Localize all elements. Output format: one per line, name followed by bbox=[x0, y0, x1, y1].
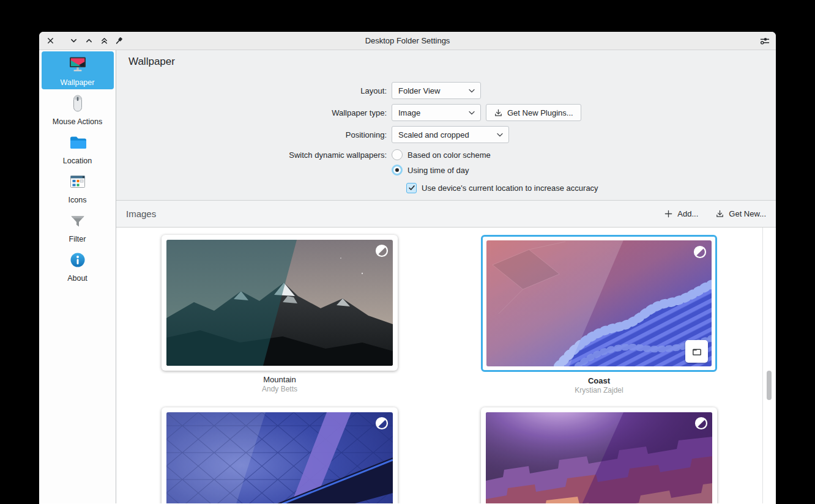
positioning-combobox[interactable]: Scaled and cropped bbox=[392, 126, 509, 143]
layout-combobox[interactable]: Folder View bbox=[392, 82, 481, 99]
open-containing-folder-button[interactable] bbox=[685, 340, 708, 363]
radio-color-scheme-label: Based on color scheme bbox=[408, 150, 491, 160]
wallpaper-thumbnail[interactable] bbox=[162, 235, 398, 371]
coast-artwork bbox=[486, 240, 712, 366]
wallpaper-author: Andy Betts bbox=[162, 385, 398, 394]
sidebar-item-label: Mouse Actions bbox=[53, 117, 102, 126]
scrollbar-separator bbox=[762, 228, 763, 503]
wallpaper-form-section: Wallpaper Layout: Folder View Wallpaper … bbox=[116, 50, 776, 201]
get-new-button-label: Get New... bbox=[729, 209, 766, 218]
wallpaper-thumbnail[interactable] bbox=[481, 407, 717, 503]
wallpaper-item-coast[interactable]: Coast Krystian Zajdel bbox=[481, 235, 717, 395]
switch-dynamic-label: Switch dynamic wallpapers: bbox=[116, 150, 387, 160]
sidebar-item-about[interactable]: About bbox=[42, 247, 114, 285]
sidebar-item-location[interactable]: Location bbox=[42, 130, 114, 168]
keep-above-icon[interactable] bbox=[84, 36, 94, 46]
mountain-artwork bbox=[166, 240, 393, 366]
sidebar-item-label: Filter bbox=[69, 235, 86, 243]
wallpaper-type-label: Wallpaper type: bbox=[116, 108, 387, 117]
close-icon[interactable] bbox=[45, 36, 55, 46]
positioning-value: Scaled and cropped bbox=[398, 130, 469, 139]
images-section-title: Images bbox=[126, 209, 156, 219]
overflow-menu-icon[interactable] bbox=[760, 36, 770, 46]
download-icon bbox=[715, 209, 724, 218]
layout-value: Folder View bbox=[398, 86, 440, 95]
wallpaper-item-blue-abstract[interactable] bbox=[162, 407, 398, 503]
sidebar-item-label: Icons bbox=[69, 196, 87, 204]
shade-icon[interactable] bbox=[99, 36, 109, 46]
mouse-icon bbox=[68, 94, 87, 116]
wallpaper-name: Mountain bbox=[162, 375, 398, 385]
get-new-plugins-button[interactable]: Get New Plugins... bbox=[486, 104, 581, 121]
download-icon bbox=[494, 108, 503, 117]
use-location-label: Use device's current location to increas… bbox=[422, 183, 598, 193]
sidebar-item-label: Wallpaper bbox=[61, 78, 95, 87]
images-header: Images Add... Get New... bbox=[116, 201, 776, 228]
titlebar: Desktop Folder Settings bbox=[39, 32, 776, 50]
info-icon bbox=[68, 250, 87, 272]
add-button[interactable]: Add... bbox=[664, 209, 698, 218]
check-icon bbox=[408, 184, 415, 191]
folder-icon bbox=[68, 133, 87, 155]
chevron-down-icon bbox=[469, 89, 475, 93]
sidebar-item-filter[interactable]: Filter bbox=[42, 208, 114, 246]
wallpaper-item-mountain[interactable]: Mountain Andy Betts bbox=[162, 235, 398, 395]
main-pane: Wallpaper Layout: Folder View Wallpaper … bbox=[116, 50, 776, 503]
wallpaper-grid: Mountain Andy Betts bbox=[116, 228, 776, 503]
radio-color-scheme[interactable] bbox=[392, 149, 403, 160]
sidebar-item-icons[interactable]: Icons bbox=[42, 169, 114, 207]
radio-time-of-day[interactable] bbox=[392, 165, 403, 176]
positioning-label: Positioning: bbox=[116, 130, 387, 139]
pin-icon[interactable] bbox=[114, 36, 124, 46]
icons-window-icon bbox=[68, 172, 87, 194]
sidebar-item-wallpaper[interactable]: Wallpaper bbox=[42, 51, 114, 89]
sidebar-item-mouse-actions[interactable]: Mouse Actions bbox=[42, 91, 114, 128]
wallpaper-author: Krystian Zajdel bbox=[481, 386, 717, 395]
blue-abstract-artwork bbox=[166, 412, 393, 503]
plus-icon bbox=[664, 209, 673, 218]
contrast-variant-icon[interactable] bbox=[374, 243, 389, 258]
use-location-checkbox[interactable] bbox=[406, 183, 417, 193]
wallpaper-item-purple-zigzag[interactable] bbox=[481, 407, 717, 503]
contrast-variant-icon[interactable] bbox=[694, 416, 709, 431]
wallpaper-thumbnail-selected[interactable] bbox=[481, 235, 717, 372]
get-new-plugins-label: Get New Plugins... bbox=[507, 108, 573, 117]
folder-open-icon bbox=[691, 346, 702, 357]
monitor-wallpaper-icon bbox=[68, 54, 87, 76]
window-title: Desktop Folder Settings bbox=[39, 36, 776, 45]
sidebar: Wallpaper Mouse Actions bbox=[39, 50, 116, 503]
radio-time-of-day-label: Using time of day bbox=[408, 166, 469, 175]
scrollbar-thumb[interactable] bbox=[767, 371, 772, 400]
sidebar-item-label: About bbox=[67, 274, 87, 283]
sidebar-item-label: Location bbox=[63, 157, 92, 165]
filter-funnel-icon bbox=[68, 211, 87, 233]
wallpaper-type-combobox[interactable]: Image bbox=[392, 104, 481, 121]
contrast-variant-icon[interactable] bbox=[693, 245, 707, 259]
contrast-variant-icon[interactable] bbox=[374, 416, 389, 431]
chevron-down-icon bbox=[497, 133, 503, 137]
add-button-label: Add... bbox=[677, 209, 698, 218]
wallpaper-type-value: Image bbox=[398, 108, 420, 117]
layout-label: Layout: bbox=[116, 86, 387, 95]
wallpaper-thumbnail[interactable] bbox=[162, 407, 398, 503]
settings-window: Desktop Folder Settings bbox=[39, 32, 776, 504]
purple-zigzag-artwork bbox=[486, 412, 712, 503]
keep-below-icon[interactable] bbox=[69, 36, 78, 46]
chevron-down-icon bbox=[469, 111, 475, 115]
wallpaper-name: Coast bbox=[481, 376, 717, 386]
get-new-button[interactable]: Get New... bbox=[715, 209, 766, 218]
page-title: Wallpaper bbox=[128, 56, 776, 68]
